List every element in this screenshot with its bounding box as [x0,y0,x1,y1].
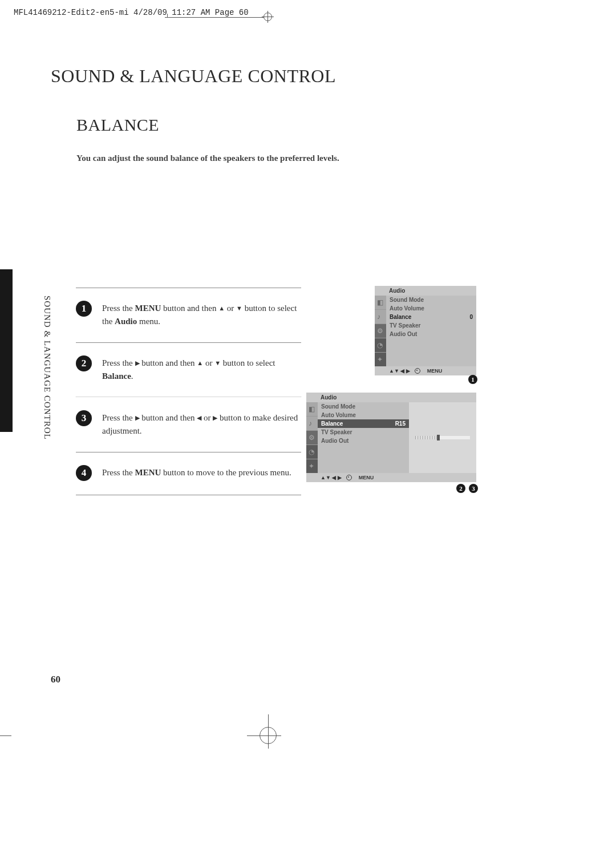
divider [76,342,301,343]
step-text: Press the ▶ button and then ◀ or ▶ butto… [102,411,299,438]
text-span: button to move to the previous menu. [161,468,291,477]
page-content: SOUND & LANGUAGE CONTROL BALANCE You can… [51,66,576,163]
osd-title: Audio [375,286,476,296]
setup-icon: ⚙ [306,431,318,445]
osd-icon-strip: ◧ ♪ ⚙ ◔ ✦ [375,296,386,366]
picture-icon: ◧ [375,296,386,310]
osd-item: Audio Out [386,330,476,338]
nav-arrows-icon: ▲▼ ◀ ▶ [389,368,410,374]
intro-text: You can adjust the sound balance of the … [76,153,576,163]
menu-label: MENU [427,368,443,374]
down-arrow-icon: ▼ [214,358,221,368]
text-span: or [203,358,214,367]
thumb-index-tab [0,269,13,432]
up-arrow-icon: ▲ [218,304,225,313]
crop-mark [165,17,271,18]
bold-span: MENU [135,304,161,313]
step-text: Press the MENU button to move to the pre… [102,466,299,479]
divider [76,495,301,495]
down-arrow-icon: ▼ [236,304,242,313]
balance-slider [415,436,470,439]
nav-arrows-icon: ▲▼ ◀ ▶ [321,475,342,480]
page-number: 60 [51,674,60,685]
text-span: Press the [102,304,135,313]
step-1: 1 Press the MENU button and then ▲ or ▼ … [76,292,361,339]
registration-mark-icon [264,13,272,21]
osd-item: TV Speaker [318,428,409,436]
time-icon: ◔ [375,338,386,353]
bold-span: Balance [102,371,131,381]
lock-icon: ✦ [306,459,318,473]
enter-icon [346,475,352,480]
text-span: menu. [137,317,160,326]
audio-icon: ♪ [375,310,386,324]
osd-menu-list: Sound Mode Auto Volume BalanceR15 TV Spe… [318,402,409,473]
osd-item: Audio Out [318,436,409,445]
menu-label: MENU [359,475,374,480]
text-span: button and then [161,304,218,313]
picture-icon: ◧ [306,402,318,417]
text-span: . [131,371,133,381]
time-icon: ◔ [306,445,318,459]
step-text: Press the MENU button and then ▲ or ▼ bu… [102,302,299,329]
osd-item: Sound Mode [318,402,409,411]
balance-slider-pane [409,402,476,473]
step-number-badge: 1 [76,301,92,317]
right-arrow-icon: ▶ [135,358,140,368]
step-number-badge: 4 [76,465,92,481]
callout-badge: 3 [469,484,478,493]
osd-footer: ▲▼ ◀ ▶ MENU [375,366,476,375]
osd-screenshot-1: Audio ◧ ♪ ⚙ ◔ ✦ Sound Mode Auto Volume B… [375,286,476,375]
osd-item: Auto Volume [318,411,409,419]
text-span: Press the [102,468,135,477]
step-number-badge: 3 [76,410,92,426]
osd-item-selected: Balance0 [386,313,476,321]
divider [76,288,301,288]
divider-dotted [76,397,301,398]
osd-item: Sound Mode [386,296,476,304]
step-number-badge: 2 [76,355,92,371]
step-2: 2 Press the ▶ button and then ▲ or ▼ but… [76,346,361,394]
text-span: Press the [102,413,135,422]
callout-badges: 2 3 [456,484,478,493]
lock-icon: ✦ [375,353,386,366]
callout-badge: 1 [468,375,477,384]
osd-item-selected: BalanceR15 [318,419,409,428]
callout-badge: 2 [456,484,465,493]
side-section-label: SOUND & LANGUAGE CONTROL [42,296,52,440]
osd-item: Auto Volume [386,304,476,313]
section-title: SOUND & LANGUAGE CONTROL [51,66,576,87]
crop-mark [0,735,11,736]
osd-screenshot-2: Audio ◧ ♪ ⚙ ◔ ✦ Sound Mode Auto Volume B… [306,393,476,482]
audio-icon: ♪ [306,417,318,431]
bold-span: MENU [135,468,161,477]
text-span: button and then [140,358,197,367]
osd-value: 0 [469,314,473,320]
print-header: MFL41469212-Edit2-en5-mi 4/28/09 11:27 A… [14,8,249,17]
bold-span: Audio [115,317,137,326]
osd-value: R15 [395,421,406,427]
osd-item: TV Speaker [386,321,476,330]
text-span: button to select [221,358,275,367]
crop-mark [167,14,168,17]
text-span: or [225,304,236,313]
step-text: Press the ▶ button and then ▲ or ▼ butto… [102,357,299,383]
osd-title: Audio [306,393,476,402]
text-span: button and then [140,413,197,422]
text-span: or [201,413,213,422]
callout-badges: 1 [468,375,477,384]
manual-page: MFL41469212-Edit2-en5-mi 4/28/09 11:27 A… [0,0,616,865]
enter-icon [415,368,420,374]
slider-knob-icon [437,435,440,440]
text-span: Press the [102,358,135,367]
osd-icon-strip: ◧ ♪ ⚙ ◔ ✦ [306,402,318,473]
osd-menu-list: Sound Mode Auto Volume Balance0 TV Speak… [386,296,476,366]
divider [76,452,301,452]
right-arrow-icon: ▶ [135,413,140,423]
page-title: BALANCE [76,115,576,135]
osd-footer: ▲▼ ◀ ▶ MENU [306,473,476,482]
setup-icon: ⚙ [375,324,386,338]
up-arrow-icon: ▲ [197,358,203,368]
